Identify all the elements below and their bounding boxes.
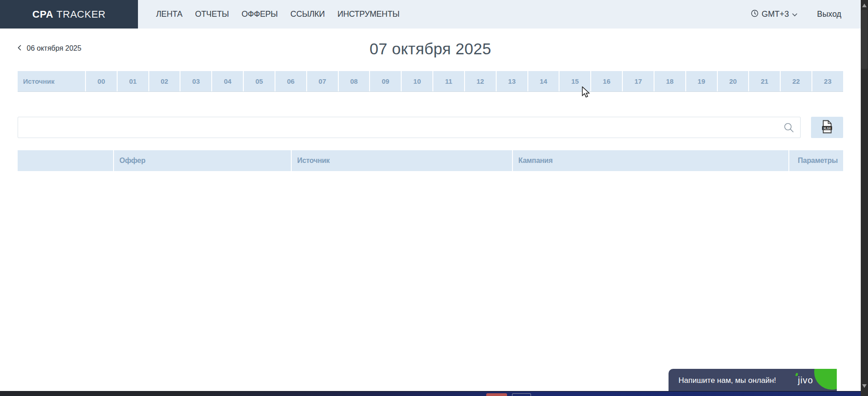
xlsx-badge-text: XLSX xyxy=(823,127,831,130)
source-column-header-2: Источник xyxy=(291,150,512,171)
menu-item-tools[interactable]: ИНСТРУМЕНТЫ xyxy=(337,10,399,19)
hour-column-header: 19 xyxy=(685,71,717,91)
scrollbar-thumb[interactable] xyxy=(861,10,868,69)
main-menu: ЛЕНТА ОТЧЕТЫ ОФФЕРЫ ССЫЛКИ ИНСТРУМЕНТЫ xyxy=(156,0,399,29)
hour-column-header: 17 xyxy=(622,71,654,91)
below-fold-red-button xyxy=(486,393,507,396)
timezone-label: GMT+3 xyxy=(762,10,789,19)
hour-column-header: 21 xyxy=(748,71,780,91)
hour-column-header: 10 xyxy=(401,71,432,91)
hour-column-header: 08 xyxy=(338,71,370,91)
menu-item-links[interactable]: ССЫЛКИ xyxy=(290,10,325,19)
nav-right-group: GMT+3 Выход xyxy=(751,0,841,29)
export-xlsx-button[interactable]: XLSX xyxy=(811,117,843,138)
hour-column-header: 16 xyxy=(590,71,622,91)
app-logo[interactable]: CPA TRACKER xyxy=(0,0,138,29)
hour-column-header: 18 xyxy=(654,71,685,91)
search-row: XLSX xyxy=(18,117,843,138)
campaign-column-header: Кампания xyxy=(512,150,788,171)
hour-column-header: 09 xyxy=(369,71,401,91)
hour-column-header: 00 xyxy=(85,71,117,91)
offer-column-header: Оффер xyxy=(113,150,291,171)
chat-widget-message: Напишите нам, мы онлайн! xyxy=(669,376,776,385)
logout-link[interactable]: Выход xyxy=(817,10,841,19)
logo-rest-text: TRACKER xyxy=(57,9,106,20)
search-box xyxy=(18,117,801,138)
empty-column-header xyxy=(18,150,113,171)
data-table-header-row: Оффер Источник Кампания Параметры xyxy=(18,150,843,171)
scrollbar-up-arrow[interactable] xyxy=(862,4,867,7)
hour-column-header: 01 xyxy=(117,71,148,91)
hour-column-header: 15 xyxy=(559,71,590,91)
hour-column-header: 13 xyxy=(496,71,527,91)
top-navigation-bar: CPA TRACKER ЛЕНТА ОТЧЕТЫ ОФФЕРЫ ССЫЛКИ И… xyxy=(0,0,861,29)
chat-leaf-icon xyxy=(814,369,837,390)
below-fold-outline-button xyxy=(512,393,531,396)
hour-column-header: 22 xyxy=(780,71,811,91)
page-title: 07 октября 2025 xyxy=(18,40,843,58)
hour-column-header: 20 xyxy=(717,71,749,91)
search-icon[interactable] xyxy=(783,122,795,135)
page: CPA TRACKER ЛЕНТА ОТЧЕТЫ ОФФЕРЫ ССЫЛКИ И… xyxy=(0,0,868,396)
menu-item-reports[interactable]: ОТЧЕТЫ xyxy=(195,10,229,19)
vertical-scrollbar[interactable] xyxy=(861,0,868,396)
source-column-header: Источник xyxy=(18,71,85,91)
menu-item-offers[interactable]: ОФФЕРЫ xyxy=(242,10,278,19)
clock-icon xyxy=(751,10,759,19)
hour-column-header: 23 xyxy=(811,71,843,91)
hour-column-header: 07 xyxy=(306,71,338,91)
xlsx-file-icon: XLSX xyxy=(821,120,833,135)
hour-column-header: 14 xyxy=(527,71,559,91)
hour-column-header: 11 xyxy=(432,71,464,91)
hour-column-header: 02 xyxy=(148,71,180,91)
hour-column-header: 03 xyxy=(180,71,211,91)
below-fold-strip xyxy=(0,391,861,396)
logo-bold-text: CPA xyxy=(33,9,53,20)
parameters-column-header: Параметры xyxy=(788,150,843,171)
hour-column-header: 12 xyxy=(464,71,496,91)
menu-item-lenta[interactable]: ЛЕНТА xyxy=(156,10,182,19)
timezone-selector[interactable]: GMT+3 xyxy=(751,10,798,19)
hours-header-row: Источник 0001020304050607080910111213141… xyxy=(18,71,843,92)
search-input[interactable] xyxy=(18,117,800,138)
chat-brand-logo: jivo xyxy=(798,375,813,386)
chat-widget[interactable]: Напишите нам, мы онлайн! jivo xyxy=(669,369,837,392)
hour-column-header: 06 xyxy=(275,71,306,91)
chevron-down-icon xyxy=(792,10,797,19)
scrollbar-down-arrow[interactable] xyxy=(862,384,867,388)
hour-column-header: 04 xyxy=(211,71,243,91)
hour-column-header: 05 xyxy=(243,71,275,91)
